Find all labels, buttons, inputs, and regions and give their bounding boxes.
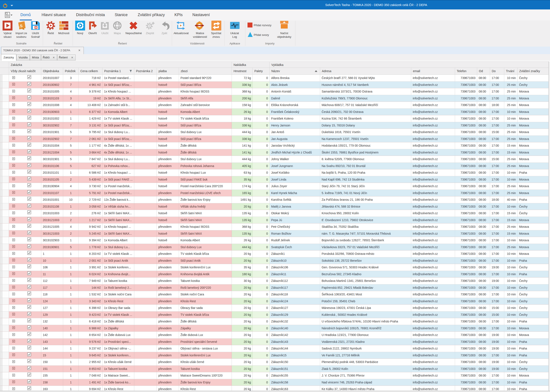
svg-text:.s: .s (18, 22, 23, 28)
